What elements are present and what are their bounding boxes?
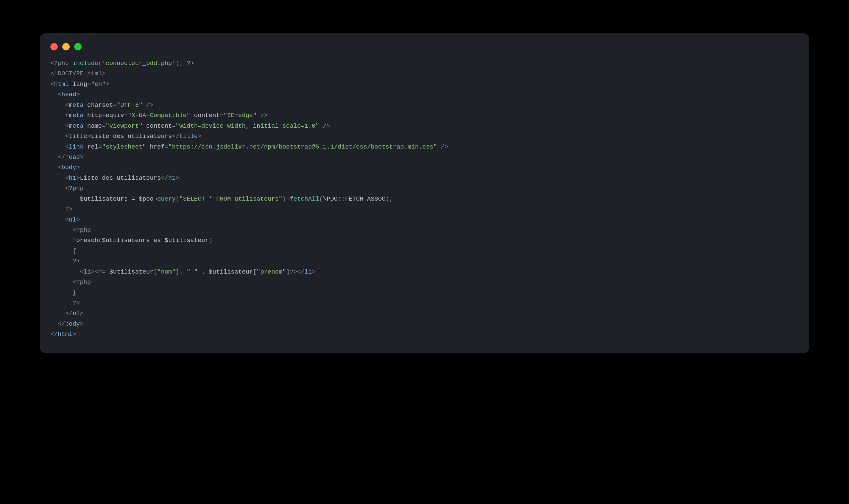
code-token: </ <box>297 269 304 275</box>
code-token: lang <box>73 81 87 88</box>
code-token <box>50 102 65 109</box>
code-token: href <box>150 144 164 150</box>
code-token: < <box>65 112 69 119</box>
code-token: > <box>312 269 315 275</box>
code-line: foreach($utilisateurs as $utilisateur) <box>50 237 213 244</box>
code-token <box>50 196 80 203</box>
code-token: ?> <box>187 60 194 67</box>
code-token: $utilisateur <box>164 237 209 244</box>
code-token: ul <box>69 217 76 223</box>
code-token: fetchAll <box>290 196 319 203</box>
code-line: <title>Liste des utilisateurs</title> <box>50 133 201 140</box>
code-token: ); <box>176 60 187 67</box>
code-block[interactable]: <?php include('connecteur_bdd.php'); ?> … <box>50 58 799 340</box>
code-token: name <box>87 123 102 130</box>
code-token: /> <box>437 144 448 150</box>
code-token: > <box>106 81 109 88</box>
code-token: ) <box>209 237 212 244</box>
code-token: head <box>65 154 79 161</box>
code-token: $utilisateurs <box>80 196 128 203</box>
code-token: . <box>198 269 209 275</box>
code-token: meta <box>69 123 84 130</box>
code-token <box>50 289 73 296</box>
code-token: $pdo <box>139 196 153 203</box>
code-token: > <box>76 91 80 98</box>
code-token: include <box>73 60 98 67</box>
code-token <box>69 60 73 67</box>
code-line: </body> <box>50 321 84 328</box>
code-token <box>50 91 58 98</box>
code-token <box>50 321 58 328</box>
titlebar <box>50 42 799 58</box>
code-token: </ <box>161 175 168 182</box>
code-token <box>50 300 73 307</box>
code-line: <h1>Liste des utilisateurs</h1> <box>50 175 179 182</box>
code-token <box>50 164 58 171</box>
code-token: /> <box>319 123 330 130</box>
code-token: "IE=edge" <box>223 112 257 119</box>
code-token: charset <box>87 102 113 109</box>
code-token: < <box>65 175 69 182</box>
code-token <box>84 144 87 150</box>
code-token: < <box>65 102 69 109</box>
code-token <box>50 237 73 244</box>
code-line: ?> <box>50 300 80 307</box>
zoom-icon[interactable] <box>74 43 82 50</box>
code-token <box>50 217 65 223</box>
code-token: → <box>153 196 157 203</box>
code-token: > <box>76 217 80 223</box>
code-token: = <box>113 102 117 109</box>
code-token: FETCH_ASSOC <box>345 196 385 203</box>
code-token: title <box>179 133 198 140</box>
code-token: http-equiv <box>87 112 124 119</box>
code-token: head <box>61 91 76 98</box>
code-token: h1 <box>168 175 176 182</box>
code-token: /> <box>257 112 268 119</box>
code-token <box>191 112 194 119</box>
code-token: ?> <box>65 206 72 213</box>
close-icon[interactable] <box>50 43 58 50</box>
code-token: foreach <box>73 237 98 244</box>
code-line: <link rel="stylesheet" href="https://cdn… <box>50 144 448 150</box>
code-token: = <box>220 112 223 119</box>
code-token: [ <box>153 269 157 275</box>
code-token <box>143 123 146 130</box>
minimize-icon[interactable] <box>62 43 70 50</box>
code-token: meta <box>69 102 84 109</box>
code-token <box>50 112 65 119</box>
code-line: <?php <box>50 279 91 286</box>
code-token: <?php <box>73 279 91 286</box>
code-line: <body> <box>50 164 80 171</box>
code-line: <!DOCTYPE html> <box>50 70 106 77</box>
code-token: $utilisateurs <box>102 237 149 244</box>
code-token: </ <box>58 321 65 328</box>
code-token <box>50 175 65 182</box>
code-token: ( <box>319 196 323 203</box>
code-token: html <box>54 81 69 88</box>
code-token <box>50 227 73 234</box>
code-token: < <box>58 164 61 171</box>
code-line: <?php <box>50 227 91 234</box>
code-token: → <box>286 196 290 203</box>
code-token: $utilisateur <box>209 269 253 275</box>
code-token: ); <box>385 196 393 203</box>
code-token: h1 <box>69 175 76 182</box>
code-token: < <box>65 123 69 130</box>
editor-window: <?php include('connecteur_bdd.php'); ?> … <box>40 33 809 353</box>
code-line: { <box>50 248 76 255</box>
code-token: title <box>69 133 88 140</box>
code-token <box>69 81 73 88</box>
code-line: ?> <box>50 206 73 213</box>
code-token: > <box>176 175 179 182</box>
code-token: body <box>65 321 79 328</box>
code-token: "https://cdn.jsdelivr.net/npm/bootstrap@… <box>168 144 437 150</box>
code-token: query <box>157 196 176 203</box>
code-line: <?php <box>50 185 84 192</box>
code-token: </ <box>58 154 65 161</box>
code-token: = <box>164 144 168 150</box>
code-token: < <box>50 81 54 88</box>
stage: <?php include('connecteur_bdd.php'); ?> … <box>0 0 849 504</box>
code-token: ul <box>73 310 80 317</box>
code-token: > <box>80 321 84 328</box>
code-token: meta <box>69 112 84 119</box>
